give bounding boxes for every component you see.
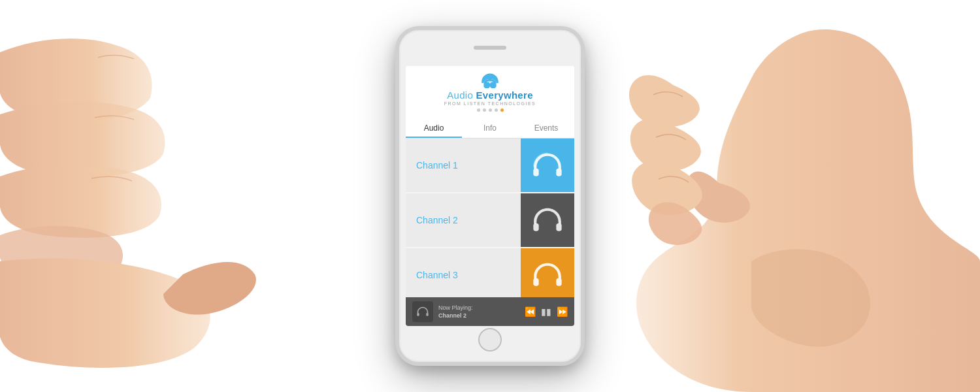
fast-forward-button[interactable]: ⏩ <box>557 306 568 317</box>
dot-2 <box>483 108 486 112</box>
pagination-dots <box>477 108 504 112</box>
channel-2-name: Channel 2 <box>406 193 521 247</box>
rewind-button[interactable]: ⏪ <box>525 306 536 317</box>
channel-item-1[interactable]: Channel 1 <box>406 139 574 192</box>
pause-button[interactable]: ▮▮ <box>541 306 551 317</box>
now-playing-icon <box>412 301 433 322</box>
channel-item-2[interactable]: Channel 2 <box>406 193 574 247</box>
logo-icon <box>480 73 500 88</box>
svg-rect-2 <box>533 223 538 231</box>
svg-rect-6 <box>417 313 419 316</box>
now-playing-bar: Now Playing: Channel 2 ⏪ ▮▮ ⏩ <box>406 297 574 326</box>
dot-3 <box>489 108 492 112</box>
app-header: Audio Everywhere FROM LISTEN TECHNOLOGIE… <box>406 66 574 118</box>
dot-4 <box>495 108 498 112</box>
svg-rect-0 <box>533 169 538 176</box>
svg-rect-7 <box>426 313 428 316</box>
headphone-icon-3 <box>531 261 564 289</box>
tab-bar: Audio Info Events <box>406 118 574 139</box>
app-logo <box>480 73 500 88</box>
channel-1-name: Channel 1 <box>406 139 521 192</box>
dot-1 <box>477 108 480 112</box>
tab-info[interactable]: Info <box>462 118 518 138</box>
now-playing-label: Now Playing: <box>438 304 519 312</box>
channel-3-icon <box>521 248 574 297</box>
channel-3-name: Channel 3 <box>406 248 521 297</box>
channel-list: Channel 1 Channel 2 <box>406 139 574 297</box>
svg-rect-5 <box>556 278 561 286</box>
now-playing-text: Now Playing: Channel 2 <box>438 304 519 319</box>
headphone-icon-2 <box>531 206 564 235</box>
hand-left <box>0 0 327 392</box>
phone-screen: Audio Everywhere FROM LISTEN TECHNOLOGIE… <box>406 66 574 326</box>
tab-audio[interactable]: Audio <box>406 118 462 138</box>
svg-rect-1 <box>556 169 561 176</box>
phone-home-button[interactable] <box>478 328 502 351</box>
hand-right <box>523 0 980 392</box>
tab-events[interactable]: Events <box>518 118 574 138</box>
phone-body: Audio Everywhere FROM LISTEN TECHNOLOGIE… <box>395 26 585 366</box>
channel-item-3[interactable]: Channel 3 <box>406 248 574 297</box>
phone-wrapper: Audio Everywhere FROM LISTEN TECHNOLOGIE… <box>395 26 585 366</box>
dot-5-active <box>500 108 504 112</box>
app-title: Audio Everywhere <box>447 90 533 101</box>
svg-rect-3 <box>556 223 561 231</box>
playback-controls[interactable]: ⏪ ▮▮ ⏩ <box>525 306 568 317</box>
app-subtitle: FROM LISTEN TECHNOLOGIES <box>444 101 536 106</box>
now-playing-channel: Channel 2 <box>438 312 519 319</box>
scene: Audio Everywhere FROM LISTEN TECHNOLOGIE… <box>0 0 980 392</box>
svg-rect-4 <box>533 278 538 286</box>
headphone-icon-1 <box>531 151 564 180</box>
channel-2-icon <box>521 193 574 247</box>
phone-speaker <box>474 46 506 50</box>
channel-1-icon <box>521 139 574 192</box>
headphone-np-icon <box>416 306 429 318</box>
